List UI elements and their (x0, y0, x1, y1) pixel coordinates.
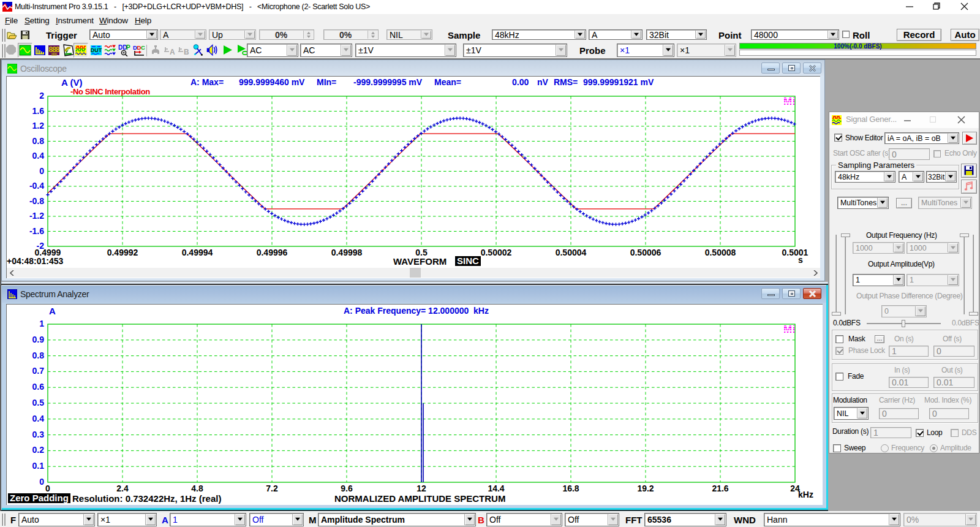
svg-text:B: B (184, 48, 189, 55)
svg-text:A: A (170, 48, 175, 55)
svg-text:P: P (126, 44, 130, 51)
svg-text:888: 888 (51, 52, 58, 56)
svg-text:DUT: DUT (91, 47, 102, 53)
svg-text:C: C (141, 44, 145, 51)
